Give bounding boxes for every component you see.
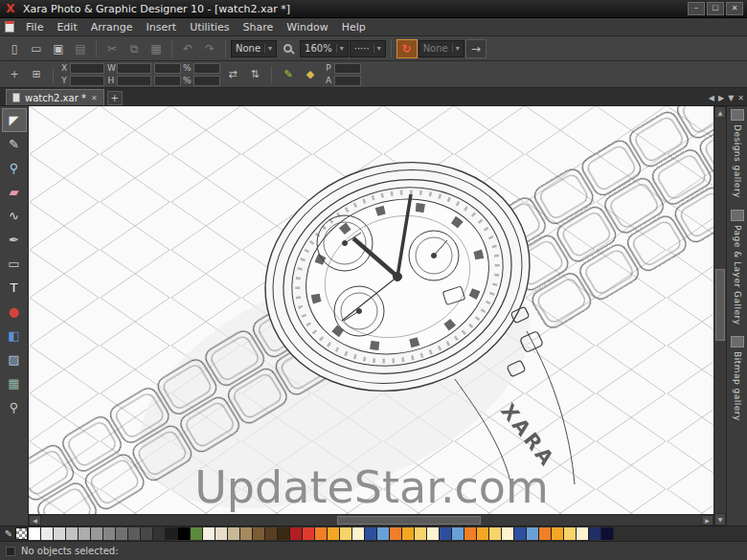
pen-tool[interactable]: ✒ [2, 228, 27, 252]
color-swatch[interactable] [601, 527, 614, 540]
color-swatch[interactable] [79, 527, 91, 540]
scroll-down-icon[interactable]: ▼ [714, 513, 726, 526]
color-swatch[interactable] [352, 527, 365, 540]
document-menu-icon[interactable] [5, 21, 14, 33]
shape-editor-tool[interactable]: ∿ [2, 204, 27, 228]
menu-item-insert[interactable]: Insert [140, 21, 184, 34]
color-swatch[interactable] [278, 527, 290, 540]
undo-button[interactable]: ↶ [177, 39, 198, 58]
color-swatch[interactable] [427, 527, 440, 540]
new-tab-button[interactable]: + [107, 91, 123, 105]
rectangle-tool[interactable]: ▭ [2, 252, 27, 276]
print-button[interactable]: ▤ [70, 39, 91, 58]
vertical-scrollbar[interactable]: ▲ ▼ [713, 106, 726, 526]
freehand-tool[interactable]: ✎ [2, 132, 27, 156]
scale-width-field[interactable] [154, 63, 181, 74]
color-swatch[interactable] [415, 527, 427, 540]
live-effects-tool[interactable]: ● [2, 300, 27, 324]
color-swatch[interactable] [527, 527, 539, 540]
skew-angle-field[interactable] [193, 76, 220, 86]
edit-color-icon[interactable]: ✎ [2, 527, 15, 540]
color-swatch[interactable] [191, 527, 203, 540]
panel-close-icon[interactable]: ✕ [737, 94, 744, 102]
no-color-swatch[interactable] [15, 527, 28, 540]
cut-button[interactable]: ✂ [102, 39, 123, 58]
panel-menu-icon[interactable]: ▼ [728, 94, 734, 102]
color-swatch[interactable] [477, 527, 489, 540]
tab-watch2[interactable]: watch2.xar * ✕ [6, 89, 104, 105]
x-position-field[interactable] [70, 63, 104, 74]
photo-tool[interactable]: ▦ [2, 371, 27, 395]
erase-tool[interactable]: ▰ [2, 180, 27, 204]
color-swatch[interactable] [340, 527, 352, 540]
menu-item-share[interactable]: Share [237, 21, 281, 34]
tab-scroll-right-icon[interactable]: ▶ [718, 94, 724, 102]
color-swatch[interactable] [440, 527, 452, 540]
color-swatch[interactable] [539, 527, 552, 540]
color-swatch[interactable] [315, 527, 328, 540]
menu-item-edit[interactable]: Edit [50, 21, 83, 34]
zoom-tool[interactable]: ⚲ [2, 156, 27, 180]
flip-vertical-button[interactable]: ⇅ [245, 65, 264, 84]
menu-item-utilities[interactable]: Utilities [183, 21, 236, 34]
color-swatch[interactable] [178, 527, 191, 540]
new-document-button[interactable]: ▯ [4, 39, 25, 58]
grid-snap-button[interactable]: ⊞ [27, 65, 46, 84]
color-swatch[interactable] [166, 527, 178, 540]
scroll-left-icon[interactable]: ◀ [29, 515, 41, 526]
color-swatch[interactable] [452, 527, 464, 540]
horizontal-scroll-thumb[interactable] [337, 516, 481, 525]
color-swatch[interactable] [103, 527, 116, 540]
color-swatch[interactable] [290, 527, 303, 540]
tab-scroll-left-icon[interactable]: ◀ [709, 94, 714, 102]
p-field[interactable] [334, 63, 361, 74]
name-tag-icon[interactable]: ◆ [301, 65, 320, 84]
color-swatch[interactable] [514, 527, 527, 540]
minimize-button[interactable]: – [688, 2, 705, 15]
scroll-right-icon[interactable]: ▶ [701, 515, 713, 526]
color-swatch[interactable] [502, 527, 514, 540]
color-swatch[interactable] [464, 527, 477, 540]
open-button[interactable]: ▭ [26, 39, 47, 58]
color-swatch[interactable] [128, 527, 141, 540]
color-swatch[interactable] [240, 527, 253, 540]
gallery-tab-bitmap[interactable]: Bitmap gallery [731, 336, 744, 421]
close-button[interactable]: ✕ [726, 2, 743, 15]
color-swatch[interactable] [564, 527, 577, 540]
color-swatch[interactable] [265, 527, 278, 540]
color-swatch[interactable] [215, 527, 228, 540]
color-swatch[interactable] [303, 527, 315, 540]
color-swatch[interactable] [402, 527, 415, 540]
text-tool[interactable]: T [2, 276, 27, 300]
color-swatch[interactable] [203, 527, 215, 540]
color-swatch[interactable] [365, 527, 377, 540]
feather-dropdown[interactable]: None ▾ [419, 40, 464, 57]
fill-style-dropdown[interactable]: None ▾ [231, 40, 277, 57]
feather-pen-icon[interactable]: ✎ [279, 65, 298, 84]
menu-item-arrange[interactable]: Arrange [84, 21, 140, 34]
position-marker-icon[interactable]: + [5, 65, 24, 84]
color-swatch[interactable] [41, 527, 54, 540]
color-swatch[interactable] [253, 527, 265, 540]
redo-button[interactable]: ↷ [199, 39, 220, 58]
zoom-icon-button[interactable] [278, 39, 299, 58]
color-swatch[interactable] [589, 527, 601, 540]
color-swatch[interactable] [91, 527, 103, 540]
color-swatch[interactable] [377, 527, 390, 540]
color-swatch[interactable] [552, 527, 564, 540]
transparency-tool[interactable]: ▨ [2, 347, 27, 371]
gallery-tab-page-layer[interactable]: Page & Layer Gallery [731, 210, 744, 325]
flip-horizontal-button[interactable]: ⇄ [223, 65, 242, 84]
color-swatch[interactable] [54, 527, 66, 540]
color-swatch[interactable] [153, 527, 166, 540]
zoom-level-dropdown[interactable]: 160% ▾ [300, 40, 349, 57]
horizontal-scrollbar[interactable]: ◀ ▶ [29, 514, 713, 526]
line-style-dropdown[interactable]: ····· ▾ [350, 40, 386, 57]
scroll-up-icon[interactable]: ▲ [714, 106, 726, 119]
y-position-field[interactable] [70, 76, 104, 86]
zoom-view-tool[interactable]: ⚲ [2, 395, 27, 419]
rotate-angle-field[interactable] [193, 63, 220, 74]
menu-item-window[interactable]: Window [280, 21, 334, 34]
a-field[interactable] [334, 76, 361, 86]
selector-tool[interactable]: ◤ [2, 108, 27, 132]
